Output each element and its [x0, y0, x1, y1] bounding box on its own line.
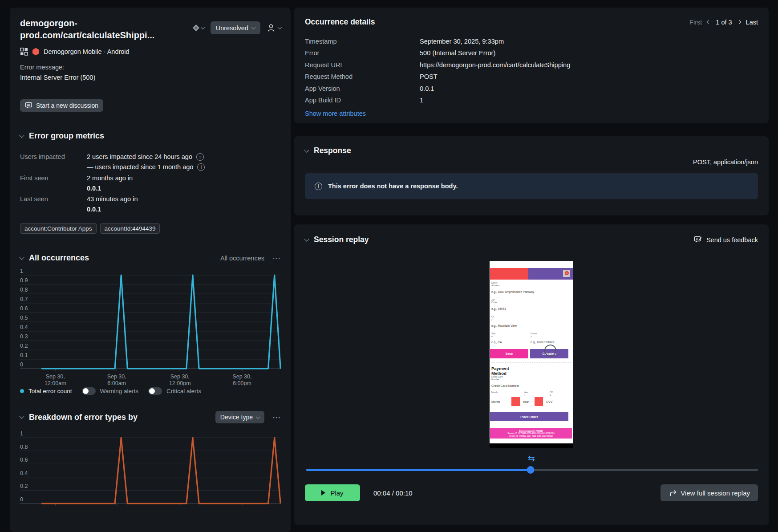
no-response-message: This error does not have a response body…	[328, 183, 458, 190]
detail-label: Timestamp	[305, 36, 420, 47]
svg-text:0: 0	[20, 361, 23, 368]
occurrences-section-header: All occurrences All occurrences ⋯	[20, 253, 281, 263]
view-full-replay-label: View full session replay	[681, 489, 750, 497]
occurrences-section-title: All occurrences	[29, 253, 89, 263]
play-button[interactable]: Play	[305, 484, 360, 501]
first-seen-label: First seen	[20, 173, 87, 193]
svg-text:0: 0	[20, 496, 23, 503]
app-header-bar: 0	[490, 268, 573, 280]
chart-legend: Total error count Warning alerts Critica…	[20, 387, 281, 395]
chevron-left-icon[interactable]	[707, 20, 711, 24]
person-icon	[267, 24, 276, 32]
month-label: Month	[491, 400, 511, 403]
street-label: Street Address	[491, 282, 571, 287]
svg-text:0.5: 0.5	[20, 315, 28, 321]
info-icon[interactable]: i	[196, 153, 204, 161]
timeline-track[interactable]	[306, 469, 758, 471]
info-icon: i	[315, 183, 322, 190]
page-title: demogorgon- prod.com/cart/calculateShipp…	[20, 17, 154, 41]
collapse-chevron-icon[interactable]	[19, 255, 24, 260]
metrics-section-header: Error group metrics	[20, 131, 281, 141]
app-header-purple-bar: 0	[528, 268, 573, 280]
session-replay-title: Session replay	[314, 235, 369, 244]
occurrence-details-header: Occurrence details First 1 of 3 Last	[305, 17, 758, 27]
pagination-last[interactable]: Last	[746, 19, 758, 26]
info-icon[interactable]: i	[197, 163, 205, 171]
timeline-progress	[306, 469, 531, 471]
session-replay-header: Session replay Send us feedback	[305, 235, 758, 244]
send-feedback-label: Send us feedback	[706, 236, 758, 244]
feedback-icon	[694, 236, 702, 244]
warning-alerts-toggle[interactable]	[82, 387, 96, 395]
start-discussion-button[interactable]: Start a new discussion	[20, 99, 103, 112]
detail-value: 1	[420, 94, 758, 106]
series-dot-icon	[20, 389, 24, 393]
show-more-attributes-link[interactable]: Show more attributes	[305, 110, 366, 117]
device-type-dropdown[interactable]: Device type	[215, 411, 264, 423]
open-replay-icon	[669, 489, 677, 497]
dots-menu-icon[interactable]: ⋯	[272, 254, 281, 262]
timeline-handle[interactable]	[527, 466, 535, 474]
status-dropdown[interactable]: Unresolved	[211, 21, 260, 34]
collapse-chevron-icon[interactable]	[19, 133, 24, 138]
year-label: Year	[523, 400, 535, 403]
city-label: Cit y	[491, 316, 571, 321]
users-impacted-label: Users impacted	[20, 152, 87, 172]
occurrences-chart[interactable]: 10.90.80.70.60.50.40.30.20.10Sep 30,12:0…	[20, 269, 281, 386]
occurrences-filter[interactable]: All occurrences	[220, 255, 264, 262]
detail-value: POST	[420, 71, 758, 82]
breakdown-chart[interactable]: 10.80.60.40.20	[20, 430, 281, 524]
status-label: Unresolved	[216, 24, 248, 32]
legend-warning-alerts: Warning alerts	[100, 388, 139, 394]
occurrence-pagination: First 1 of 3 Last	[689, 19, 758, 26]
version-selector[interactable]	[194, 25, 204, 30]
dots-menu-icon[interactable]: ⋯	[272, 413, 281, 422]
collapse-chevron-icon[interactable]	[304, 236, 309, 241]
play-label: Play	[330, 489, 343, 497]
tap-indicator	[544, 345, 556, 357]
critical-alerts-toggle[interactable]	[148, 387, 162, 395]
state-placeholder: e.g., CA	[491, 341, 531, 344]
tag-account-id[interactable]: accountId:4494439	[100, 223, 160, 234]
occurrence-details-grid: Timestamp September 30, 2025, 9:33pm Err…	[305, 36, 758, 106]
collapse-chevron-icon[interactable]	[19, 414, 24, 418]
svg-text:Sep 30,: Sep 30,	[107, 374, 126, 380]
error-group-panel: demogorgon- prod.com/cart/calculateShipp…	[10, 8, 291, 532]
assignee-selector[interactable]	[267, 24, 281, 32]
svg-text:6:00am: 6:00am	[107, 380, 126, 386]
chevron-right-icon[interactable]	[737, 20, 741, 24]
detail-value: September 30, 2025, 9:33pm	[420, 36, 758, 47]
phone-nav-bar	[490, 443, 573, 448]
error-message-value: Internal Server Error (500)	[20, 74, 281, 81]
credit-card-number-label: Credit Card Number	[491, 384, 571, 387]
occurrence-details-title: Occurrence details	[305, 17, 375, 27]
app-header-red-block	[490, 268, 528, 280]
replay-id-line: Replay Id: 47f8892-2914-4ad8-bc8f-29ae4a…	[490, 435, 572, 438]
detail-label: Request Method	[305, 71, 420, 82]
divider	[491, 362, 571, 363]
pagination-first[interactable]: First	[689, 19, 702, 26]
replayed-app-screen: 0 Street Address e.g., 1600 Amphitheatre…	[490, 261, 573, 448]
first-seen-time: 2 months ago in	[87, 173, 281, 183]
svg-text:0.2: 0.2	[20, 343, 28, 349]
navigation-event-icon[interactable]: ⇆	[528, 454, 535, 463]
app-hexagon-icon	[32, 48, 40, 56]
users-impacted-24h: 2 users impacted since 24 hours ago	[87, 152, 192, 162]
send-feedback-button[interactable]: Send us feedback	[694, 236, 758, 244]
detail-value: https://demogorgon-prod.com/cart/calcula…	[420, 59, 758, 71]
state-label: Stat e	[491, 333, 531, 337]
chevron-down-icon	[256, 414, 260, 419]
diamond-icon	[192, 24, 199, 32]
detail-label: App Build ID	[305, 94, 420, 106]
play-icon	[321, 490, 325, 495]
breakdown-section-title: Breakdown of error types by	[29, 413, 138, 422]
breakdown-section-header: Breakdown of error types by Device type …	[20, 411, 281, 423]
view-full-replay-button[interactable]: View full session replay	[660, 484, 758, 501]
tag-account[interactable]: account:Contributor Apps	[20, 223, 97, 234]
response-card: Response POST, application/json i This e…	[294, 136, 769, 215]
svg-text:0.7: 0.7	[20, 296, 28, 302]
svg-text:1: 1	[20, 269, 23, 274]
cvv-small-label: CV V	[550, 391, 553, 396]
header-controls: Unresolved	[194, 21, 281, 34]
collapse-chevron-icon[interactable]	[304, 147, 309, 152]
